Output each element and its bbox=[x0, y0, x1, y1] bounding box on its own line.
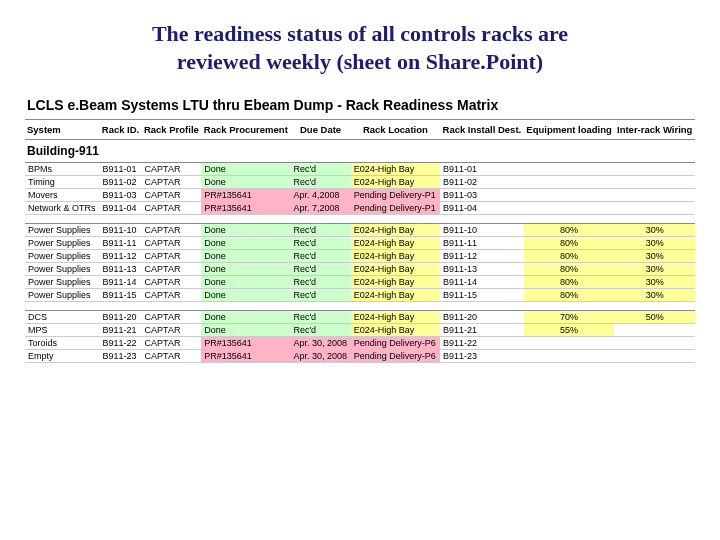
cell-dest: B911-02 bbox=[440, 176, 524, 189]
cell-load bbox=[524, 176, 615, 189]
cell-load: 80% bbox=[524, 263, 615, 276]
col-dest: Rack Install Dest. bbox=[440, 120, 524, 140]
cell-due: Apr. 30, 2008 bbox=[290, 350, 350, 363]
cell-procurement: Done bbox=[201, 163, 290, 176]
cell-procurement: Done bbox=[201, 311, 290, 324]
cell-location: E024-High Bay bbox=[351, 276, 440, 289]
cell-profile: CAPTAR bbox=[142, 176, 202, 189]
col-rack-id: Rack ID. bbox=[100, 120, 142, 140]
cell-rack-id: B911-10 bbox=[100, 224, 142, 237]
cell-due: Rec'd bbox=[290, 250, 350, 263]
cell-dest: B911-03 bbox=[440, 189, 524, 202]
table-row: Power SuppliesB911-15CAPTARDoneRec'dE024… bbox=[25, 289, 695, 302]
cell-rack-id: B911-22 bbox=[100, 337, 142, 350]
cell-due: Rec'd bbox=[290, 224, 350, 237]
cell-load bbox=[524, 163, 615, 176]
table-row: Network & OTRsB911-04CAPTARPR#135641Apr.… bbox=[25, 202, 695, 215]
cell-procurement: Done bbox=[201, 324, 290, 337]
cell-procurement: PR#135641 bbox=[201, 350, 290, 363]
cell-load: 80% bbox=[524, 250, 615, 263]
header-row: System Rack ID. Rack Profile Rack Procur… bbox=[25, 120, 695, 140]
cell-system: Timing bbox=[25, 176, 100, 189]
cell-due: Rec'd bbox=[290, 311, 350, 324]
cell-due: Rec'd bbox=[290, 289, 350, 302]
cell-procurement: Done bbox=[201, 289, 290, 302]
cell-rack-id: B911-04 bbox=[100, 202, 142, 215]
cell-procurement: Done bbox=[201, 250, 290, 263]
cell-due: Apr. 30, 2008 bbox=[290, 337, 350, 350]
cell-procurement: PR#135641 bbox=[201, 202, 290, 215]
table-row: Power SuppliesB911-10CAPTARDoneRec'dE024… bbox=[25, 224, 695, 237]
col-load: Equipment loading bbox=[524, 120, 615, 140]
table-row: Power SuppliesB911-11CAPTARDoneRec'dE024… bbox=[25, 237, 695, 250]
cell-due: Apr. 7,2008 bbox=[290, 202, 350, 215]
cell-system: BPMs bbox=[25, 163, 100, 176]
cell-location: E024-High Bay bbox=[351, 324, 440, 337]
cell-profile: CAPTAR bbox=[142, 337, 202, 350]
cell-profile: CAPTAR bbox=[142, 324, 202, 337]
cell-location: Pending Delivery-P1 bbox=[351, 202, 440, 215]
cell-dest: B911-01 bbox=[440, 163, 524, 176]
cell-load bbox=[524, 350, 615, 363]
cell-profile: CAPTAR bbox=[142, 250, 202, 263]
cell-wiring bbox=[614, 202, 695, 215]
col-profile: Rack Profile bbox=[142, 120, 202, 140]
cell-wiring: 30% bbox=[614, 276, 695, 289]
group-gap bbox=[25, 302, 695, 311]
readiness-table: System Rack ID. Rack Profile Rack Procur… bbox=[25, 120, 695, 363]
cell-dest: B911-10 bbox=[440, 224, 524, 237]
cell-location: E024-High Bay bbox=[351, 163, 440, 176]
col-proc: Rack Procurement bbox=[201, 120, 290, 140]
cell-dest: B911-15 bbox=[440, 289, 524, 302]
group-gap bbox=[25, 215, 695, 224]
cell-system: Power Supplies bbox=[25, 224, 100, 237]
slide-title: The readiness status of all controls rac… bbox=[25, 20, 695, 75]
cell-due: Rec'd bbox=[290, 237, 350, 250]
cell-procurement: Done bbox=[201, 237, 290, 250]
cell-rack-id: B911-02 bbox=[100, 176, 142, 189]
cell-location: E024-High Bay bbox=[351, 224, 440, 237]
cell-procurement: Done bbox=[201, 176, 290, 189]
cell-procurement: Done bbox=[201, 224, 290, 237]
table-row: ToroidsB911-22CAPTARPR#135641Apr. 30, 20… bbox=[25, 337, 695, 350]
table-row: DCSB911-20CAPTARDoneRec'dE024-High BayB9… bbox=[25, 311, 695, 324]
cell-wiring bbox=[614, 337, 695, 350]
cell-profile: CAPTAR bbox=[142, 224, 202, 237]
cell-system: Empty bbox=[25, 350, 100, 363]
cell-location: E024-High Bay bbox=[351, 176, 440, 189]
matrix-title: LCLS e.Beam Systems LTU thru Ebeam Dump … bbox=[25, 93, 695, 120]
cell-dest: B911-11 bbox=[440, 237, 524, 250]
cell-dest: B911-21 bbox=[440, 324, 524, 337]
cell-system: Power Supplies bbox=[25, 237, 100, 250]
cell-wiring: 30% bbox=[614, 263, 695, 276]
cell-dest: B911-04 bbox=[440, 202, 524, 215]
table-row: TimingB911-02CAPTARDoneRec'dE024-High Ba… bbox=[25, 176, 695, 189]
cell-due: Rec'd bbox=[290, 276, 350, 289]
cell-wiring bbox=[614, 324, 695, 337]
table-row: Power SuppliesB911-13CAPTARDoneRec'dE024… bbox=[25, 263, 695, 276]
cell-wiring: 30% bbox=[614, 250, 695, 263]
cell-load: 80% bbox=[524, 276, 615, 289]
cell-procurement: PR#135641 bbox=[201, 337, 290, 350]
cell-profile: CAPTAR bbox=[142, 263, 202, 276]
cell-wiring: 50% bbox=[614, 311, 695, 324]
col-wiring: Inter-rack Wiring bbox=[614, 120, 695, 140]
cell-wiring bbox=[614, 350, 695, 363]
cell-due: Apr. 4,2008 bbox=[290, 189, 350, 202]
col-due: Due Date bbox=[290, 120, 350, 140]
cell-system: Power Supplies bbox=[25, 263, 100, 276]
cell-load: 70% bbox=[524, 311, 615, 324]
cell-load bbox=[524, 202, 615, 215]
cell-wiring: 30% bbox=[614, 224, 695, 237]
cell-dest: B911-12 bbox=[440, 250, 524, 263]
cell-procurement: Done bbox=[201, 276, 290, 289]
title-line1: The readiness status of all controls rac… bbox=[152, 21, 568, 46]
table-row: EmptyB911-23CAPTARPR#135641Apr. 30, 2008… bbox=[25, 350, 695, 363]
cell-system: Power Supplies bbox=[25, 276, 100, 289]
cell-rack-id: B911-20 bbox=[100, 311, 142, 324]
cell-rack-id: B911-13 bbox=[100, 263, 142, 276]
cell-wiring bbox=[614, 163, 695, 176]
section-label: Building-911 bbox=[25, 140, 695, 163]
cell-dest: B911-14 bbox=[440, 276, 524, 289]
cell-wiring bbox=[614, 176, 695, 189]
